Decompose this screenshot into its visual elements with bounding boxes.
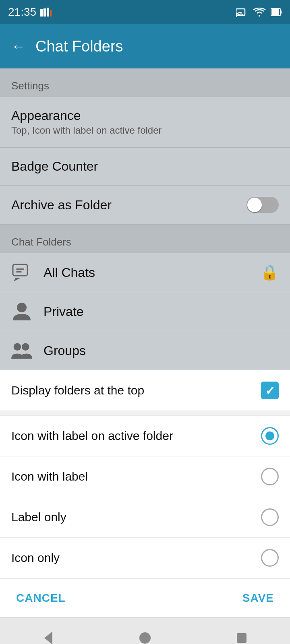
svg-rect-1: [44, 8, 46, 17]
badge-counter-text: Badge Counter: [11, 159, 279, 174]
time-display: 21:35: [8, 6, 36, 19]
radio-label-icon-label: Icon with label: [11, 470, 261, 483]
save-button[interactable]: SAVE: [242, 592, 274, 605]
private-name: Private: [44, 304, 279, 319]
svg-rect-8: [271, 9, 279, 15]
nav-bar: [0, 617, 290, 644]
notification-icon: [40, 8, 52, 17]
display-folders-top-checkbox[interactable]: [261, 382, 279, 399]
display-folders-top-label: Display folders at the top: [11, 384, 261, 397]
nav-recent-button[interactable]: [230, 626, 254, 644]
bottom-buttons: CANCEL SAVE: [0, 578, 290, 617]
status-bar: 21:35: [0, 0, 290, 24]
wifi-icon: [253, 8, 266, 17]
archive-folder-title: Archive as Folder: [11, 198, 246, 213]
display-options-section: Display folders at the top Icon with lab…: [0, 370, 290, 617]
svg-rect-2: [47, 8, 49, 17]
toggle-knob: [247, 198, 262, 212]
groups-name: Groups: [44, 343, 279, 358]
archive-folder-text: Archive as Folder: [11, 198, 246, 213]
settings-header: Settings: [0, 68, 290, 97]
separator: [0, 411, 290, 416]
appearance-item[interactable]: Appearance Top, Icon with label on activ…: [0, 97, 290, 148]
display-folders-top-item[interactable]: Display folders at the top: [0, 370, 290, 411]
chat-folders-header: Chat Folders: [0, 225, 290, 253]
radio-label-icon-label-active: Icon with label on active folder: [11, 429, 261, 443]
svg-point-16: [139, 632, 151, 644]
svg-rect-7: [280, 10, 282, 14]
svg-point-12: [17, 303, 27, 312]
status-bar-left: 21:35: [8, 6, 52, 19]
groups-icon: [11, 340, 32, 361]
svg-marker-15: [44, 632, 52, 644]
appearance-text: Appearance Top, Icon with label on activ…: [11, 108, 279, 136]
nav-home-button[interactable]: [133, 626, 157, 644]
cancel-button[interactable]: CANCEL: [16, 592, 66, 605]
folder-item-groups[interactable]: Groups: [0, 331, 290, 370]
radio-item-icon-label[interactable]: Icon with label: [0, 456, 290, 497]
svg-point-14: [22, 343, 29, 351]
all-chats-icon: [11, 262, 32, 283]
svg-rect-17: [237, 633, 246, 643]
cast-icon: [236, 7, 248, 17]
radio-unselected-label-only[interactable]: [261, 508, 279, 526]
radio-unselected-icon-only[interactable]: [261, 549, 279, 567]
private-icon: [11, 301, 32, 322]
radio-unselected-icon-label[interactable]: [261, 468, 279, 485]
archive-folder-toggle[interactable]: [246, 197, 279, 213]
svg-rect-10: [16, 268, 24, 270]
appearance-title: Appearance: [11, 108, 279, 123]
badge-counter-item[interactable]: Badge Counter: [0, 148, 290, 186]
radio-item-label-only[interactable]: Label only: [0, 497, 290, 538]
back-button[interactable]: ←: [11, 38, 26, 55]
folder-item-all-chats[interactable]: All Chats 🔒: [0, 253, 290, 292]
app-bar: ← Chat Folders: [0, 24, 290, 68]
svg-point-13: [14, 343, 21, 351]
status-bar-right: [236, 7, 282, 17]
all-chats-name: All Chats: [44, 265, 249, 280]
appearance-subtitle: Top, Icon with label on active folder: [11, 125, 279, 136]
battery-icon: [271, 8, 282, 17]
radio-item-icon-label-active[interactable]: Icon with label on active folder: [0, 416, 290, 456]
settings-section: Settings Appearance Top, Icon with label…: [0, 68, 290, 370]
svg-rect-9: [13, 264, 27, 276]
badge-counter-title: Badge Counter: [11, 159, 279, 174]
nav-back-button[interactable]: [36, 626, 60, 644]
radio-item-icon-only[interactable]: Icon only: [0, 538, 290, 578]
svg-rect-11: [16, 271, 22, 272]
archive-as-folder-item[interactable]: Archive as Folder: [0, 186, 290, 225]
radio-label-label-only: Label only: [11, 510, 261, 524]
svg-rect-0: [40, 9, 43, 17]
folder-item-private[interactable]: Private: [0, 292, 290, 331]
radio-label-icon-only: Icon only: [11, 551, 261, 565]
lock-icon: 🔒: [261, 264, 279, 281]
page-title: Chat Folders: [35, 38, 123, 55]
radio-selected-icon[interactable]: [261, 427, 279, 445]
svg-rect-3: [50, 10, 52, 17]
